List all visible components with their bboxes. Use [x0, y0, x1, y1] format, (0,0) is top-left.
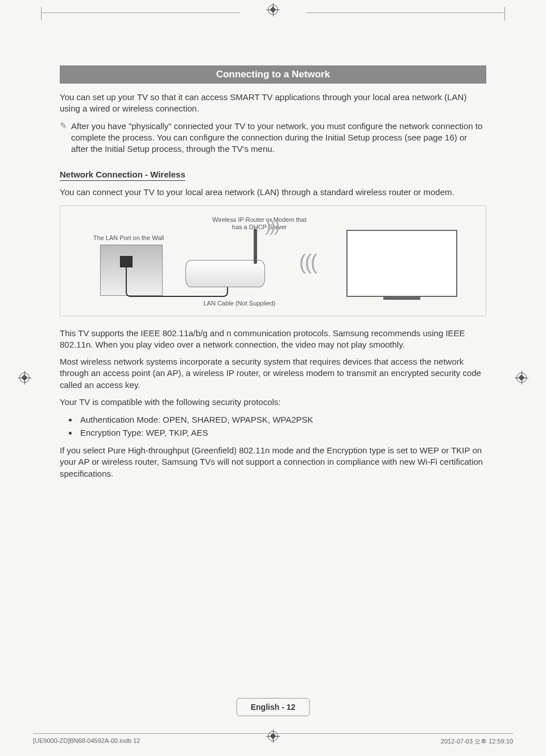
sub-intro-paragraph: You can connect your TV to your local ar… — [60, 187, 486, 198]
registration-mark-icon — [268, 5, 278, 15]
wifi-wave-icon: ))) — [265, 216, 279, 236]
list-item: Authentication Mode: OPEN, SHARED, WPAPS… — [78, 414, 486, 427]
note-block: ✎ After you have "physically" connected … — [60, 121, 486, 155]
wiring-diagram: The LAN Port on the Wall Wireless IP Rou… — [60, 205, 486, 316]
diagram-label-cable: LAN Cable (Not Supplied) — [191, 300, 288, 307]
section-header: Connecting to a Network — [60, 65, 486, 84]
antenna-icon — [254, 229, 257, 264]
wifi-wave-icon: ))) — [300, 250, 317, 274]
body-paragraph: If you select Pure High-throughput (Gree… — [60, 445, 486, 480]
sub-heading: Network Connection - Wireless — [60, 170, 185, 181]
body-paragraph: Most wireless network systems incorporat… — [60, 356, 486, 391]
body-paragraph: This TV supports the IEEE 802.11a/b/g an… — [60, 328, 486, 351]
lan-jack-icon — [120, 256, 133, 267]
registration-mark-icon — [19, 373, 30, 383]
note-icon: ✎ — [60, 121, 71, 155]
print-file-name: [UE9000-ZD]BN68-04592A-00.indb 12 — [33, 737, 140, 746]
note-text: After you have "physically" connected yo… — [71, 121, 486, 155]
list-item: Encryption Type: WEP, TKIP, AES — [78, 427, 486, 440]
page-content: Connecting to a Network You can set up y… — [60, 65, 486, 485]
print-timestamp: 2012-07-03 오후 12:59:10 — [441, 737, 513, 746]
security-protocols-list: Authentication Mode: OPEN, SHARED, WPAPS… — [60, 414, 486, 439]
cable-icon — [194, 287, 228, 297]
diagram-label-lanport: The LAN Port on the Wall — [89, 234, 168, 241]
router-icon — [185, 260, 265, 287]
intro-paragraph: You can set up your TV so that it can ac… — [60, 92, 486, 115]
diagram-label-router: Wireless IP Router or Modem that has a D… — [208, 216, 311, 232]
print-footer: [UE9000-ZD]BN68-04592A-00.indb 12 2012-0… — [33, 733, 513, 746]
registration-mark-icon — [516, 373, 527, 383]
body-paragraph: Your TV is compatible with the following… — [60, 396, 486, 408]
cable-icon — [126, 267, 194, 297]
tv-stand-icon — [383, 297, 420, 300]
tv-icon — [346, 230, 457, 297]
page-number-tab: English - 12 — [237, 698, 310, 716]
